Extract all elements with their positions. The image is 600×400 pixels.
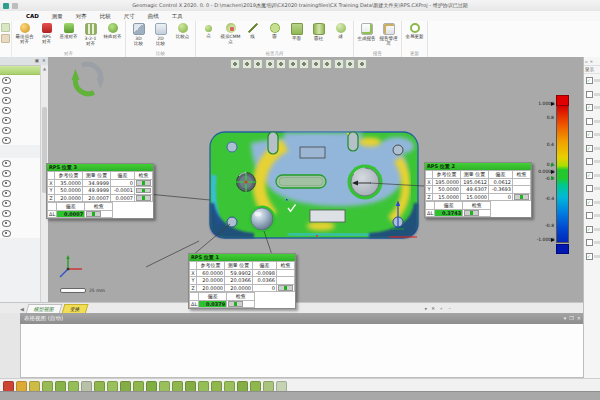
checkbox[interactable] — [586, 118, 593, 125]
checkbox[interactable]: ✓ — [586, 253, 593, 260]
visibility-eye-icon[interactable] — [2, 107, 11, 114]
rps-callout-3[interactable]: RPS 位置 2参考位置测量 位置偏差检查X195.0000195.06120.… — [424, 162, 532, 218]
tab-back-icon[interactable]: ◀ — [20, 306, 24, 312]
toolbar-icon[interactable] — [237, 381, 248, 392]
toolbar-icon[interactable] — [198, 381, 209, 392]
toolbar-icon[interactable] — [16, 381, 27, 392]
ribbon-button-report-create[interactable]: 生成报告 — [356, 22, 377, 50]
checkbox[interactable]: ✓ — [586, 199, 593, 206]
display-option-row[interactable]: ✓ — [584, 74, 600, 88]
display-option-row[interactable] — [584, 88, 600, 102]
visibility-eye-icon[interactable] — [2, 117, 11, 124]
checkbox[interactable] — [586, 185, 593, 192]
toolbar-icon[interactable] — [276, 381, 287, 392]
table-view-button[interactable]: ✕ — [577, 313, 581, 324]
checkbox[interactable]: ✓ — [586, 77, 593, 84]
menu-tab-测量[interactable]: 测量 — [52, 13, 63, 20]
scale-marker-icon[interactable] — [551, 163, 555, 167]
pin-icon[interactable]: ▣ — [34, 58, 40, 64]
menu-tab-曲线[interactable]: 曲线 — [148, 13, 159, 20]
menu-tab-工具[interactable]: 工具 — [172, 13, 183, 20]
visibility-eye-icon[interactable] — [2, 137, 11, 144]
toolbar-icon[interactable] — [224, 381, 235, 392]
checkbox[interactable]: ✓ — [586, 172, 593, 179]
visibility-eye-icon[interactable] — [2, 87, 11, 94]
display-option-row[interactable]: ✓ — [584, 128, 600, 142]
toolbar-icon[interactable] — [29, 381, 40, 392]
ribbon-button-cmm-point[interactable]: 模拟CMM点 — [220, 22, 241, 50]
tab-window-button[interactable]: ▸ — [425, 306, 427, 311]
ribbon-button-global-update[interactable]: 全局更新 — [404, 22, 425, 50]
toolbar-icon[interactable] — [94, 381, 105, 392]
toolbar-icon[interactable] — [146, 381, 157, 392]
toolbar-icon[interactable] — [263, 381, 274, 392]
checkbox[interactable]: ✓ — [586, 104, 593, 111]
rps-callout-2[interactable]: RPS 位置 1参考位置测量 位置偏差检查X60.000059.9902-0.0… — [188, 253, 296, 309]
menu-tab-尺寸[interactable]: 尺寸 — [124, 13, 135, 20]
tab-window-button[interactable]: ＋ — [439, 306, 444, 311]
ribbon-button-rps-align[interactable]: RPS 对齐 — [36, 22, 57, 50]
display-option-row[interactable]: ✓ — [584, 142, 600, 156]
toolbar-icon[interactable] — [68, 381, 79, 392]
visibility-eye-icon[interactable] — [2, 127, 11, 134]
close-icon[interactable]: ✕ — [590, 59, 593, 64]
toolbar-icon[interactable] — [250, 381, 261, 392]
ribbon-button-point[interactable]: 点 — [198, 22, 219, 50]
visibility-eye-icon[interactable] — [2, 230, 11, 237]
scale-marker-icon[interactable] — [551, 176, 555, 180]
display-option-row[interactable]: ✓ — [584, 101, 600, 115]
checkbox[interactable] — [586, 239, 593, 246]
display-option-row[interactable]: ✓ — [584, 250, 600, 264]
dock-icon[interactable]: ▫ — [585, 59, 588, 64]
checkbox[interactable] — [586, 91, 593, 98]
ribbon-button-transform-align[interactable]: 转换对齐 — [102, 22, 123, 50]
table-view-button[interactable]: ❐ — [569, 313, 573, 324]
display-option-row[interactable]: ✓ — [584, 169, 600, 183]
table-view-body[interactable] — [20, 324, 584, 378]
checkbox[interactable] — [586, 212, 593, 219]
toolbar-icon[interactable] — [81, 381, 92, 392]
scroll-up-icon[interactable]: ▲ — [41, 66, 48, 71]
ribbon-button-321-align[interactable]: 3-2-1 对齐 — [80, 22, 101, 50]
ribbon-button-line[interactable]: 线 — [242, 22, 263, 50]
visibility-eye-icon[interactable] — [2, 220, 11, 227]
ribbon-button-plane[interactable]: 平面 — [286, 22, 307, 50]
menu-tab-比较[interactable]: 比较 — [100, 13, 111, 20]
checkbox[interactable]: ✓ — [586, 226, 593, 233]
ribbon-button-datum-align[interactable]: 基准对齐 — [58, 22, 79, 50]
toolbar-icon[interactable] — [120, 381, 131, 392]
toolbar-icon[interactable] — [172, 381, 183, 392]
display-option-row[interactable] — [584, 182, 600, 196]
display-option-row[interactable] — [584, 236, 600, 250]
rps-callout-1[interactable]: RPS 位置 3参考位置测量 位置偏差检查X35.000034.99990Y50… — [46, 163, 154, 219]
ribbon-button-compare-2d[interactable]: 2D 比较 — [150, 22, 171, 50]
toolbar-icon[interactable] — [133, 381, 144, 392]
visibility-eye-icon[interactable] — [2, 190, 11, 197]
display-option-row[interactable] — [584, 115, 600, 129]
table-view-button[interactable]: ▾ — [564, 313, 567, 324]
scale-marker-icon[interactable] — [551, 170, 555, 174]
display-option-row[interactable] — [584, 155, 600, 169]
ribbon-button-compare-3d[interactable]: 3D 比较 — [128, 22, 149, 50]
toolbar-icon[interactable] — [211, 381, 222, 392]
toolbar-icon[interactable] — [185, 381, 196, 392]
table-view-header[interactable]: 表格视图 (自动) ▾❐✕ — [20, 313, 584, 324]
checkbox[interactable] — [586, 158, 593, 165]
scale-marker-icon[interactable] — [551, 238, 555, 242]
checkbox[interactable]: ✓ — [586, 145, 593, 152]
visibility-eye-icon[interactable] — [2, 170, 11, 177]
ribbon-button-best-fit[interactable]: 最佳拟合对齐 — [14, 22, 35, 50]
toolbar-icon[interactable] — [159, 381, 170, 392]
menu-tab-CAD[interactable]: CAD — [26, 13, 39, 19]
menu-tab-对齐[interactable]: 对齐 — [76, 13, 87, 20]
display-option-row[interactable]: ✓ — [584, 223, 600, 237]
tab-window-button[interactable]: ✕ — [431, 306, 435, 311]
toolbar-icon[interactable] — [42, 381, 53, 392]
ribbon-button-circle[interactable]: 圆 — [264, 22, 285, 50]
toolbar-icon[interactable] — [55, 381, 66, 392]
toolbar-icon[interactable] — [107, 381, 118, 392]
toolbar-icon[interactable] — [3, 381, 14, 392]
ribbon-button-compare-points[interactable]: 比较点 — [172, 22, 193, 50]
close-icon[interactable]: ✕ — [41, 58, 47, 64]
visibility-eye-icon[interactable] — [2, 180, 11, 187]
